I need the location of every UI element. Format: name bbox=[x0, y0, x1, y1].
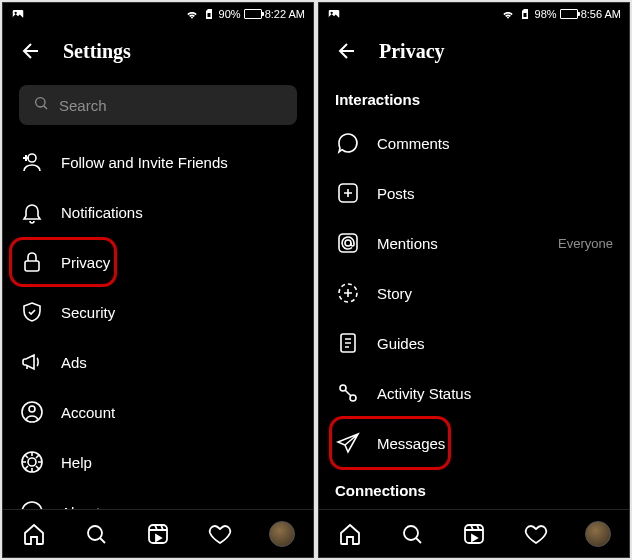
page-title: Privacy bbox=[379, 40, 445, 63]
nav-reels[interactable] bbox=[461, 521, 487, 547]
menu-label: Messages bbox=[377, 435, 613, 452]
menu-label: Account bbox=[61, 404, 297, 421]
lock-icon bbox=[19, 249, 45, 275]
add-user-icon bbox=[19, 149, 45, 175]
menu-value: Everyone bbox=[558, 236, 613, 251]
menu-story[interactable]: Story bbox=[319, 268, 629, 318]
help-icon bbox=[19, 449, 45, 475]
menu-about[interactable]: About bbox=[3, 487, 313, 509]
nav-activity[interactable] bbox=[207, 521, 233, 547]
menu-ads[interactable]: Ads bbox=[3, 337, 313, 387]
battery-percent: 98% bbox=[535, 8, 557, 20]
menu-notifications[interactable]: Notifications bbox=[3, 187, 313, 237]
menu-activity-status[interactable]: Activity Status bbox=[319, 368, 629, 418]
info-icon bbox=[19, 499, 45, 509]
svg-point-7 bbox=[29, 406, 35, 412]
svg-point-17 bbox=[331, 12, 333, 14]
back-button[interactable] bbox=[335, 39, 359, 63]
menu-label: Ads bbox=[61, 354, 297, 371]
menu-help[interactable]: Help bbox=[3, 437, 313, 487]
svg-point-9 bbox=[28, 458, 36, 466]
svg-point-28 bbox=[404, 526, 418, 540]
photo-icon bbox=[11, 7, 25, 21]
search-icon bbox=[33, 95, 49, 115]
menu-label: Guides bbox=[377, 335, 613, 352]
wifi-icon bbox=[185, 7, 199, 21]
nav-home[interactable] bbox=[337, 521, 363, 547]
menu-messages[interactable]: Messages bbox=[319, 418, 629, 468]
account-icon bbox=[19, 399, 45, 425]
svg-rect-5 bbox=[25, 261, 39, 271]
svg-rect-18 bbox=[523, 13, 526, 17]
sim-icon bbox=[518, 7, 532, 21]
avatar bbox=[585, 521, 611, 547]
menu-follow-invite[interactable]: Follow and Invite Friends bbox=[3, 137, 313, 187]
page-title: Settings bbox=[63, 40, 131, 63]
header: Settings bbox=[3, 25, 313, 77]
menu-label: Mentions bbox=[377, 235, 542, 252]
phone-left: 90% 8:22 AM Settings Search Follow and I… bbox=[2, 2, 314, 558]
menu-privacy[interactable]: Privacy bbox=[3, 237, 313, 287]
time: 8:56 AM bbox=[581, 8, 621, 20]
privacy-list: Interactions Comments Posts Mentions Eve… bbox=[319, 77, 629, 509]
nav-profile[interactable] bbox=[269, 521, 295, 547]
bottom-nav bbox=[3, 509, 313, 557]
svg-point-14 bbox=[88, 526, 102, 540]
shield-icon bbox=[19, 299, 45, 325]
comment-icon bbox=[335, 130, 361, 156]
status-bar: 98% 8:56 AM bbox=[319, 3, 629, 25]
menu-label: Story bbox=[377, 285, 613, 302]
menu-security[interactable]: Security bbox=[3, 287, 313, 337]
story-icon bbox=[335, 280, 361, 306]
menu-label: Notifications bbox=[61, 204, 297, 221]
battery-icon bbox=[560, 9, 578, 19]
menu-label: Help bbox=[61, 454, 297, 471]
battery-percent: 90% bbox=[219, 8, 241, 20]
menu-account[interactable]: Account bbox=[3, 387, 313, 437]
wifi-icon bbox=[501, 7, 515, 21]
nav-search[interactable] bbox=[83, 521, 109, 547]
nav-activity[interactable] bbox=[523, 521, 549, 547]
menu-label: Comments bbox=[377, 135, 613, 152]
nav-home[interactable] bbox=[21, 521, 47, 547]
menu-label: Activity Status bbox=[377, 385, 613, 402]
megaphone-icon bbox=[19, 349, 45, 375]
section-interactions: Interactions bbox=[319, 77, 629, 118]
avatar bbox=[269, 521, 295, 547]
nav-profile[interactable] bbox=[585, 521, 611, 547]
activity-icon bbox=[335, 380, 361, 406]
menu-label: Follow and Invite Friends bbox=[61, 154, 297, 171]
menu-label: Security bbox=[61, 304, 297, 321]
menu-posts[interactable]: Posts bbox=[319, 168, 629, 218]
mention-icon bbox=[335, 230, 361, 256]
battery-icon bbox=[244, 9, 262, 19]
posts-icon bbox=[335, 180, 361, 206]
settings-list: Follow and Invite Friends Notifications … bbox=[3, 137, 313, 509]
header: Privacy bbox=[319, 25, 629, 77]
svg-point-1 bbox=[15, 12, 17, 14]
back-button[interactable] bbox=[19, 39, 43, 63]
messages-icon bbox=[335, 430, 361, 456]
guides-icon bbox=[335, 330, 361, 356]
search-input[interactable]: Search bbox=[19, 85, 297, 125]
svg-point-21 bbox=[345, 240, 351, 246]
svg-point-3 bbox=[36, 98, 45, 107]
menu-label: Privacy bbox=[61, 254, 297, 271]
bottom-nav bbox=[319, 509, 629, 557]
search-placeholder: Search bbox=[59, 97, 107, 114]
phone-right: 98% 8:56 AM Privacy Interactions Comment… bbox=[318, 2, 630, 558]
nav-search[interactable] bbox=[399, 521, 425, 547]
menu-comments[interactable]: Comments bbox=[319, 118, 629, 168]
section-connections: Connections bbox=[319, 468, 629, 509]
bell-icon bbox=[19, 199, 45, 225]
sim-icon bbox=[202, 7, 216, 21]
svg-rect-2 bbox=[207, 13, 210, 17]
menu-guides[interactable]: Guides bbox=[319, 318, 629, 368]
photo-icon bbox=[327, 7, 341, 21]
time: 8:22 AM bbox=[265, 8, 305, 20]
status-bar: 90% 8:22 AM bbox=[3, 3, 313, 25]
nav-reels[interactable] bbox=[145, 521, 171, 547]
menu-mentions[interactable]: Mentions Everyone bbox=[319, 218, 629, 268]
menu-label: Posts bbox=[377, 185, 613, 202]
svg-point-4 bbox=[28, 154, 36, 162]
